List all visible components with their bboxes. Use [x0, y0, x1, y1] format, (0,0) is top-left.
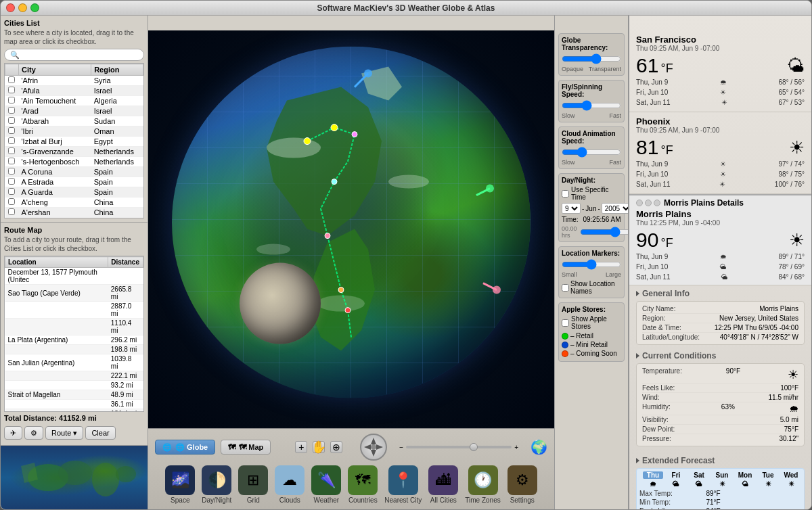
bottom-icon-space[interactable]: 🌌Space — [165, 465, 195, 504]
hand-tool-button[interactable]: ⊕ — [330, 441, 342, 453]
zoom-in-button[interactable]: + — [295, 441, 307, 453]
location-size-slider[interactable] — [562, 259, 621, 270]
fly-speed-slider[interactable] — [562, 100, 621, 111]
space-icon: 🌌 — [165, 465, 195, 495]
morris-plains-block: Morris Plains Details Morris Plains Thu … — [629, 194, 811, 285]
year-select[interactable]: 2005 — [602, 203, 629, 214]
route-tbody: December 13, 1577 Plymouth (UnitecSao Ti… — [5, 268, 143, 413]
mp-temp-row: 90 °F ☀ — [636, 229, 805, 252]
transparency-label: Globe Transparency: — [562, 37, 621, 51]
nav-control[interactable] — [360, 434, 387, 461]
route-button[interactable]: Route ▾ — [45, 426, 83, 440]
city-row[interactable]: 'Ain TemouchentAlgeria — [5, 96, 143, 106]
countries-icon: 🗺 — [348, 465, 378, 495]
maximize-button[interactable] — [30, 3, 39, 12]
route-col-distance: Distance — [108, 257, 143, 268]
date-sep: - — [582, 205, 584, 212]
globe — [172, 47, 531, 398]
phoenix-temp: 81 °F — [636, 136, 673, 159]
city-row[interactable]: 'AfulaIsrael — [5, 86, 143, 96]
ext-tue: Tue — [758, 471, 778, 479]
bottom-icon-grid[interactable]: ⊞Grid — [238, 465, 268, 504]
cities-scroll[interactable]: City Region 'AfrinSyria'AfulaIsrael'Ain … — [4, 63, 144, 218]
route-scroll[interactable]: Location Distance December 13, 1577 Plym… — [4, 256, 144, 412]
city-row[interactable]: 'AfrinSyria — [5, 76, 143, 86]
bottom-icon-countries[interactable]: 🗺Countries — [348, 465, 378, 504]
options-button[interactable]: ⚙ — [24, 426, 43, 440]
day/night-label: Day/Night — [202, 496, 231, 504]
search-input[interactable] — [4, 49, 144, 61]
zoom-out-button[interactable]: ✋ — [313, 441, 325, 453]
zoom-slider[interactable] — [406, 446, 512, 448]
city-row[interactable]: A EstradaSpain — [5, 177, 143, 187]
countries-label: Countries — [348, 496, 378, 504]
map-view-button[interactable]: 🗺 🗺 Map — [221, 440, 271, 455]
route-row: 2887.0 mi — [5, 302, 143, 319]
bottom-icon-time-zones[interactable]: 🕐Time Zones — [465, 465, 500, 504]
moon — [240, 263, 321, 344]
cloud-speed-slider[interactable] — [562, 147, 621, 158]
city-row[interactable]: 's-HertogenboschNetherlands — [5, 157, 143, 167]
mp-temp-unit: °F — [660, 236, 673, 250]
city-row[interactable]: A CorunaSpain — [5, 167, 143, 177]
mp-top: Morris Plains Details — [636, 198, 805, 208]
svg-point-9 — [331, 124, 338, 131]
bottom-icon-settings[interactable]: ⚙Settings — [508, 465, 537, 504]
clear-button[interactable]: Clear — [85, 426, 115, 440]
transparency-labels: Opaque Transparent — [562, 66, 621, 72]
svg-point-16 — [364, 70, 372, 78]
phoenix-city-date: Thu 09:25 AM, Jun 9 -07:00 — [636, 126, 805, 134]
svg-point-12 — [325, 233, 330, 239]
settings-icon: ⚙ — [508, 465, 537, 495]
time-label-text: Time: — [562, 216, 579, 223]
general-info-group: City Name: Morris Plains Region: New Jer… — [636, 301, 805, 345]
temp-row: Temperature: 90°F ☀ — [642, 367, 798, 384]
bottom-icon-weather[interactable]: 🌂Weather — [311, 465, 341, 504]
sf-day-2-icon: ☀ — [720, 89, 726, 96]
sf-day-3-temps: 67° / 53° — [778, 99, 805, 106]
apple-stores-label: Apple Stores: — [562, 306, 621, 313]
fly-button[interactable]: ✈ — [4, 426, 22, 440]
city-row[interactable]: 'AradIsrael — [5, 106, 143, 116]
phoenix-temp-value: 81 — [636, 136, 658, 158]
minimize-button[interactable] — [18, 3, 27, 12]
time-slider[interactable] — [580, 227, 629, 237]
city-row[interactable]: A'ershanChina — [5, 208, 143, 218]
city-row[interactable]: A GuardaSpain — [5, 187, 143, 198]
show-names-row: Show Location Names — [562, 280, 621, 295]
route-row: 198.8 mi — [5, 345, 143, 354]
clouds-label: Clouds — [279, 496, 300, 504]
sf-forecast-row-3: Sat, Jun 11 ☀ 67° / 53° — [636, 97, 805, 108]
svg-point-20 — [493, 286, 501, 294]
show-names-check[interactable] — [562, 284, 569, 292]
total-distance: Total Distance: 41152.9 mi — [4, 412, 144, 424]
bottom-icon-all-cities[interactable]: 🏙All Cities — [428, 465, 458, 504]
mp-date: Thu 12:25 PM, Jun 9 -04:00 — [636, 219, 805, 227]
use-specific-time-check[interactable] — [562, 190, 569, 198]
phoenix-forecast-row-2: Fri, Jun 10 ☀ 98° / 75° — [636, 169, 805, 179]
cities-table: City Region 'AfrinSyria'AfulaIsrael'Ain … — [5, 64, 143, 218]
city-row[interactable]: 'AtbarahSudan — [5, 116, 143, 126]
grid-icon: ⊞ — [238, 465, 268, 495]
city-row[interactable]: 'Izbat al BurjEgypt — [5, 137, 143, 147]
transparency-slider[interactable] — [562, 53, 621, 64]
retail-dot — [562, 333, 568, 340]
globe-view-button[interactable]: 🌐 🌐 Globe — [155, 440, 215, 455]
svg-point-18 — [486, 185, 494, 193]
phoenix-weather-block: Phoenix Thu 09:25 AM, Jun 9 -07:00 81 °F… — [629, 112, 811, 194]
bottom-icon-day/night[interactable]: 🌓Day/Night — [202, 465, 231, 504]
city-row[interactable]: A'chengChina — [5, 198, 143, 208]
nearest city-icon: 📍 — [388, 465, 418, 495]
city-row[interactable]: 'IbriOman — [5, 126, 143, 137]
bottom-icon-clouds[interactable]: ☁Clouds — [275, 465, 304, 504]
city-row[interactable]: 's-GravenzandeNetherlands — [5, 147, 143, 157]
ext-mon: Mon — [735, 471, 755, 479]
route-row: San Julian (Argentina)1039.8 mi — [5, 354, 143, 371]
city-row[interactable]: A'latan'emoleChina — [5, 218, 143, 219]
retail-row: – Retail — [562, 332, 621, 340]
close-button[interactable] — [6, 3, 15, 12]
month-select[interactable]: 9 — [562, 203, 581, 214]
show-apple-stores-check[interactable] — [562, 319, 569, 327]
time zones-icon: 🕐 — [468, 465, 498, 495]
bottom-icon-nearest-city[interactable]: 📍Nearest City — [384, 465, 422, 504]
